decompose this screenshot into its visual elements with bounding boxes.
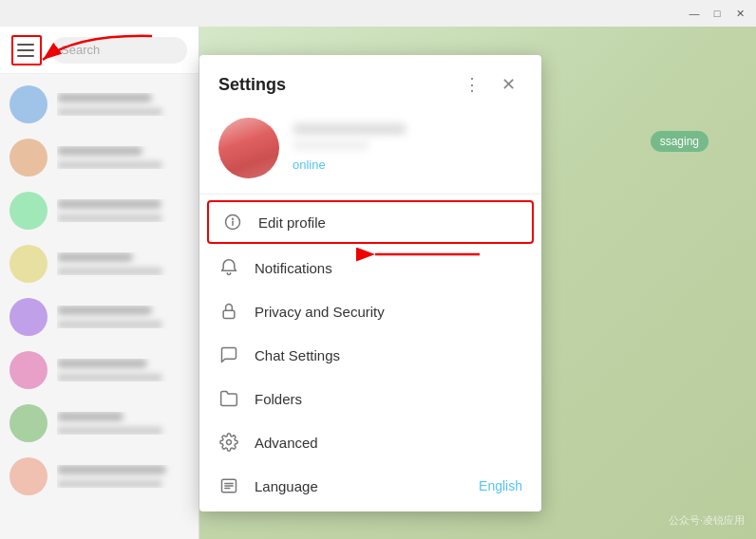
chat-icon <box>218 344 239 365</box>
menu-item-chat-settings[interactable]: Chat Settings <box>199 333 541 377</box>
profile-avatar <box>218 118 279 178</box>
title-bar-controls: — □ ✕ <box>684 3 756 24</box>
menu-item-privacy[interactable]: Privacy and Security <box>199 289 541 333</box>
advanced-label: Advanced <box>255 435 522 451</box>
settings-more-button[interactable]: ⋮ <box>458 70 486 99</box>
close-button[interactable]: ✕ <box>729 3 750 24</box>
menu-item-advanced[interactable]: Advanced <box>199 420 541 464</box>
edit-profile-label: Edit profile <box>258 214 519 231</box>
online-status: online <box>293 158 326 172</box>
bell-icon <box>218 257 239 278</box>
language-value: English <box>479 478 522 493</box>
settings-panel: Settings ⋮ ✕ online <box>199 55 541 511</box>
folder-icon <box>218 388 239 409</box>
profile-name-blurred <box>293 123 406 135</box>
menu-item-notifications[interactable]: Notifications <box>199 246 541 289</box>
maximize-button[interactable]: □ <box>707 3 728 24</box>
avatar-inner <box>218 118 279 178</box>
folders-label: Folders <box>255 391 522 407</box>
menu-item-folders[interactable]: Folders <box>199 377 541 420</box>
advanced-icon <box>218 432 239 453</box>
language-label: Language <box>255 478 463 494</box>
profile-name-blurred-2 <box>293 140 369 150</box>
menu-item-edit-profile[interactable]: Edit profile <box>207 200 534 244</box>
profile-info: online <box>293 123 522 173</box>
notifications-label: Notifications <box>255 260 522 276</box>
profile-section: online <box>199 110 541 195</box>
settings-overlay: Settings ⋮ ✕ online <box>0 27 756 539</box>
settings-header-actions: ⋮ ✕ <box>458 70 522 99</box>
info-circle-icon <box>222 212 243 232</box>
svg-point-3 <box>233 218 234 219</box>
svg-point-5 <box>227 440 232 445</box>
minimize-button[interactable]: — <box>684 3 705 24</box>
settings-title: Settings <box>218 75 286 95</box>
menu-item-language[interactable]: Language English <box>199 464 541 508</box>
svg-rect-4 <box>223 310 235 318</box>
chat-settings-label: Chat Settings <box>255 347 522 363</box>
settings-close-button[interactable]: ✕ <box>494 70 522 99</box>
settings-header: Settings ⋮ ✕ <box>199 55 541 110</box>
title-bar: — □ ✕ <box>0 0 756 27</box>
privacy-label: Privacy and Security <box>255 304 522 320</box>
lock-icon <box>218 301 239 322</box>
language-icon <box>218 475 239 496</box>
menu-list: Edit profile Notifications <box>199 195 541 511</box>
